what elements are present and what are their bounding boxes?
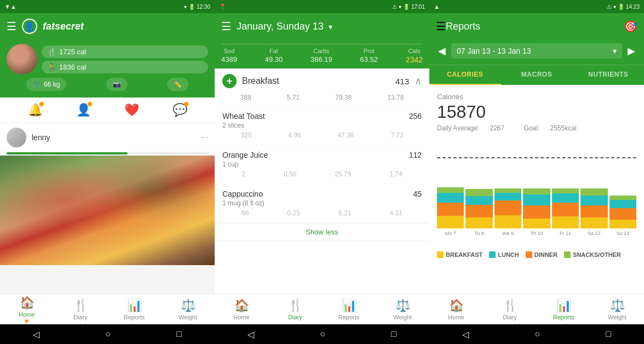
nav-diary-3[interactable]: 🍴 Diary (483, 296, 537, 323)
cp-m2: 0.25 (288, 209, 300, 217)
cals-label: Cals (408, 48, 420, 54)
wifi-icon-2: ▾ (399, 4, 401, 10)
bar-label-5: Sa 12 (588, 231, 601, 236)
cals-stat: Cals 2342 (406, 48, 423, 64)
status-bar-2: 📍 ⚠ ▾ 🔋 17:01 (215, 0, 429, 13)
nav-home-3[interactable]: 🏠 Home (429, 296, 483, 323)
nav-reports-2[interactable]: 📊 Reports (322, 296, 376, 323)
food-stat-pill[interactable]: 🍴 1725 cal (42, 45, 208, 58)
nav-weight-2[interactable]: ⚖️ Weight (376, 296, 429, 323)
weight-nav-icon-3: ⚖️ (610, 299, 625, 313)
back-button-3[interactable]: ◁ (462, 329, 469, 340)
sod-label: Sod (224, 48, 235, 54)
diary-scroll: + Breakfast 413 ∧ 388 5.71 79.38 13.78 W… (215, 68, 429, 294)
date-dropdown-icon[interactable]: ▾ (613, 47, 617, 55)
bar-dinner-1 (465, 205, 492, 217)
recents-button-3[interactable]: □ (606, 329, 611, 339)
bk-macro1: 388 (240, 94, 251, 101)
bar-breakfast-1 (465, 217, 492, 228)
camera-icon: 📷 (113, 81, 121, 88)
show-less-button[interactable]: Show less (215, 223, 429, 240)
breakfast-collapse-icon[interactable]: ∧ (415, 75, 422, 87)
weight-button[interactable]: ⚖️ 66 kg (26, 78, 66, 91)
status-bar-3: ▲ ⚠ ▾ 🔋 14:23 (429, 0, 644, 13)
tab-calories[interactable]: CALORIES (429, 65, 501, 85)
weight-nav-label: Weight (179, 314, 197, 320)
nav-reports-1[interactable]: 📊 Reports (107, 296, 161, 323)
date-next-button[interactable]: ▶ (625, 43, 637, 59)
nav-weight-3[interactable]: ⚖️ Weight (590, 296, 644, 323)
feed-progress-bar (7, 152, 208, 154)
tab-nutrients[interactable]: NUTRIENTS (572, 65, 644, 85)
food-item-wheat-toast[interactable]: Wheat Toast 256 2 slices 320 4.96 47.38 … (215, 106, 429, 145)
goal-label: Goal: 2555kcal (524, 124, 585, 132)
avatar (7, 44, 37, 74)
legend-color-breakfast (437, 251, 444, 258)
nav-diary-2[interactable]: 🍴 Diary (268, 296, 322, 323)
system-nav-3: ◁ ○ □ (429, 324, 644, 344)
feed-avatar (7, 128, 26, 147)
wt-m4: 7.73 (390, 131, 403, 139)
menu-icon-1[interactable]: ☰ (7, 20, 16, 33)
menu-icon-2[interactable]: ☰ (221, 20, 231, 33)
wheat-toast-serving: 2 slices (222, 122, 422, 129)
bar-breakfast-6 (610, 220, 636, 228)
run-cals-value: 1836 cal (59, 63, 86, 71)
feed-options-icon[interactable]: ··· (201, 133, 208, 142)
bar-dinner-0 (437, 203, 464, 216)
recents-button-2[interactable]: □ (391, 329, 396, 339)
bar-lunch-5 (580, 196, 607, 206)
nav-home-2[interactable]: 🏠 Home (215, 296, 268, 323)
breakfast-name: Breakfast (242, 76, 390, 86)
date-dropdown-icon[interactable]: ▾ (329, 22, 332, 31)
bar-lunch-2 (495, 193, 521, 201)
messages-icon-item[interactable]: 💬 (173, 103, 187, 117)
oj-m3: 25.79 (335, 170, 351, 178)
run-stat-pill[interactable]: 🏃 1836 cal (42, 61, 208, 73)
back-button-1[interactable]: ◁ (33, 329, 39, 340)
reports-header: ☰ Reports 🎯 ◀ 07 Jan 13 - 13 Jan 13 ▾ ▶ (429, 13, 644, 65)
nav-home-1[interactable]: 🏠 Home (0, 294, 54, 325)
food-item-orange-juice[interactable]: Orange Juice 112 1 cup 2 0.50 25.79 1.74 (215, 145, 429, 184)
date-prev-button[interactable]: ◀ (436, 43, 448, 59)
wifi-icon: ▾ (184, 4, 187, 10)
nav-weight-1[interactable]: ⚖️ Weight (161, 296, 215, 323)
tab-macros[interactable]: MACROS (501, 65, 573, 85)
home-button-2[interactable]: ○ (320, 329, 325, 339)
menu-icon-3[interactable]: ☰ (436, 20, 446, 33)
friends-icon-item[interactable]: 👤 (76, 103, 91, 117)
bar-label-2: We 9 (502, 231, 514, 236)
target-icon[interactable]: 🎯 (624, 20, 637, 33)
food-item-cappuccino[interactable]: Cappuccino 45 1 mug (8 fl oz) 66 0.25 6.… (215, 184, 429, 223)
feed-section: lenny ··· (0, 123, 215, 154)
wt-m1: 320 (240, 131, 251, 139)
panel-reports: ▲ ⚠ ▾ 🔋 14:23 ☰ Reports 🎯 ◀ 07 Jan 13 - … (429, 0, 644, 344)
calories-chart: Mo 7Tu 8We 9Th 10Fr 11Sa 12Su 13 (437, 137, 636, 247)
bar-dinner-4 (552, 203, 579, 216)
sod-value: 4389 (221, 55, 237, 64)
nav-reports-3[interactable]: 📊 Reports (537, 296, 590, 323)
back-button-2[interactable]: ◁ (248, 329, 254, 340)
notifications-icon-item[interactable]: 🔔 (28, 103, 43, 117)
battery-icon: 🔋 (188, 4, 195, 10)
bar-dinner-3 (523, 205, 550, 219)
prot-label: Prot (364, 48, 375, 54)
capp-macros: 66 0.25 6.21 4.31 (222, 209, 422, 217)
edit-button[interactable]: ✏️ (167, 78, 188, 91)
oj-name: Orange Juice (222, 151, 268, 159)
alert-icon: ⚠ (392, 4, 397, 10)
bar-lunch-6 (610, 200, 636, 208)
calories-total: 15870 (437, 102, 636, 122)
nav-diary-1[interactable]: 🍴 Diary (54, 296, 107, 323)
home-button-3[interactable]: ○ (534, 329, 540, 339)
recents-button-1[interactable]: □ (176, 329, 182, 339)
camera-button[interactable]: 📷 (106, 78, 128, 91)
run-icon: 🏃 (47, 63, 56, 71)
wheat-toast-cals: 256 (409, 112, 422, 121)
home-button-1[interactable]: ○ (105, 329, 111, 339)
legend-label-breakfast: BREAKFAST (446, 251, 482, 258)
breakfast-add-button[interactable]: + (222, 74, 237, 88)
favorites-icon-item[interactable]: ❤️ (124, 103, 139, 117)
home-icons-row: 🔔 👤 ❤️ 💬 (0, 98, 215, 123)
carbs-label: Carbs (313, 48, 329, 54)
